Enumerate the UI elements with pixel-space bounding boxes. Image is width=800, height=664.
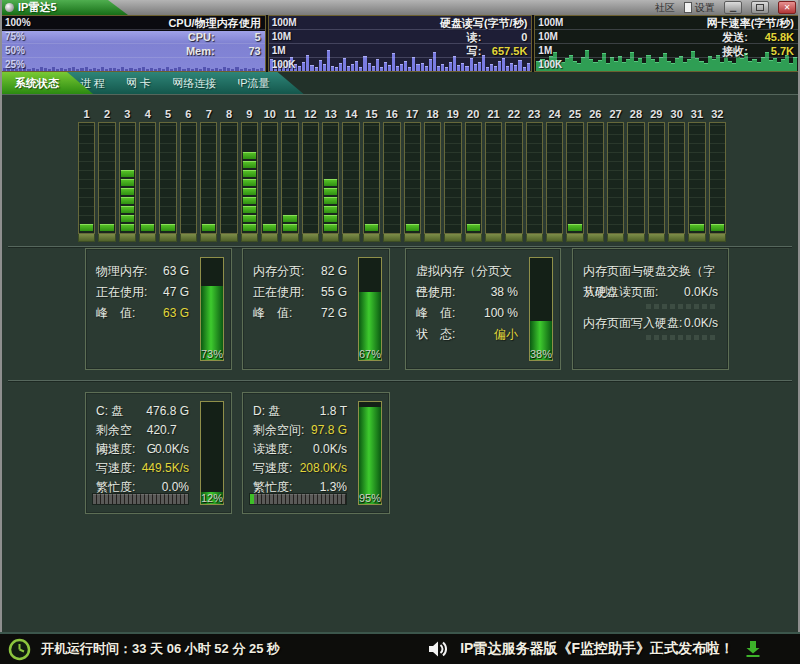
cpu-core-gauge-base (404, 234, 421, 242)
cpu-core-3: 3 (119, 107, 136, 242)
cpu-core-number: 12 (302, 107, 319, 122)
cpu-core-number: 26 (587, 107, 604, 122)
cpu-core-number: 17 (404, 107, 421, 122)
cpu-core-1: 1 (78, 107, 95, 242)
cpu-core-gauge (220, 122, 237, 234)
cpu-core-number: 14 (342, 107, 359, 122)
announcement-group: IP雷达服务器版《F监控助手》正式发布啦！ (428, 640, 760, 658)
cpu-core-gauge (180, 122, 197, 234)
gauge-percent-label: 67% (359, 348, 381, 360)
paging-total: 82 G (321, 261, 347, 282)
cpu-core-number: 27 (607, 107, 624, 122)
cpu-core-15: 15 (363, 107, 380, 242)
announcement-text[interactable]: IP雷达服务器版《F监控助手》正式发布啦！ (460, 640, 734, 658)
community-link[interactable]: 社区 (655, 1, 675, 15)
cpu-core-number: 18 (424, 107, 441, 122)
download-icon[interactable] (746, 641, 760, 657)
maximize-button[interactable] (751, 1, 769, 14)
section-divider (8, 380, 792, 381)
drive-c-size: 476.8 G (146, 402, 189, 421)
cpu-core-number: 16 (383, 107, 400, 122)
cpu-core-gauge-base (709, 234, 726, 242)
virtual-memory-gauge: 38% (529, 257, 553, 361)
cpu-core-gauge-base (648, 234, 665, 242)
disk-io-graph: 100M 10M 1M 100K 硬盘读写(字节/秒) 读:0 写:657.5K (268, 15, 533, 72)
cpu-core-4: 4 (139, 107, 156, 242)
gauge-percent-label: 38% (530, 348, 552, 360)
cpu-core-12: 12 (302, 107, 319, 242)
cpu-core-gauge (566, 122, 583, 234)
uptime-readout: 开机运行时间：33 天 06 小时 52 分 25 秒 (41, 640, 280, 658)
close-button[interactable]: ✕ (778, 1, 796, 14)
cpu-core-number: 4 (139, 107, 156, 122)
cpu-core-gauge-base (180, 234, 197, 242)
title-bar: IP雷达5 社区 设置 ▁ ✕ (0, 0, 800, 15)
titlebar-controls: 社区 设置 ▁ ✕ (655, 0, 796, 15)
network-speed-graph: 100M 10M 1M 100K 网卡速率(字节/秒) 发送:45.8K 接收:… (534, 15, 799, 72)
page-swap-title: 内存页面与硬盘交换（字节/秒） (583, 261, 718, 282)
cpu-core-29: 29 (648, 107, 665, 242)
drive-c-busy-meter (92, 493, 189, 505)
pages-written-to-disk: 0.0K/s (684, 313, 718, 334)
cpu-core-gauge-base (444, 234, 461, 242)
cpu-core-number: 8 (220, 107, 237, 122)
cpu-core-number: 32 (709, 107, 726, 122)
cpu-core-gauge-base (587, 234, 604, 242)
drive-d-busy-meter (249, 493, 347, 505)
settings-link[interactable]: 设置 (684, 1, 715, 15)
cpu-core-19: 19 (444, 107, 461, 242)
virtual-memory-title: 虚拟内存（分页文件） (416, 261, 518, 282)
network-speed-wave (536, 16, 797, 71)
cpu-core-21: 21 (485, 107, 502, 242)
cpu-core-number: 30 (668, 107, 685, 122)
cpu-core-7: 7 (200, 107, 217, 242)
cpu-core-gauge (404, 122, 421, 234)
pages-write-meter (646, 335, 718, 340)
cpu-core-gauge-base (383, 234, 400, 242)
cpu-core-gauge (607, 122, 624, 234)
top-graph-strip: 100% 75% 50% 25% CPU/物理内存使用 CPU:5 Mem:73… (0, 15, 800, 72)
cpu-core-number: 24 (546, 107, 563, 122)
cpu-core-gauge (688, 122, 705, 234)
cpu-core-gauge (363, 122, 380, 234)
cpu-core-number: 6 (180, 107, 197, 122)
cpu-core-gauge (505, 122, 522, 234)
cpu-core-gauge (200, 122, 217, 234)
cpu-core-6: 6 (180, 107, 197, 242)
drive-d-read-speed: 0.0K/s (313, 440, 347, 459)
cpu-core-number: 1 (78, 107, 95, 122)
app-title: IP雷达5 (18, 0, 57, 15)
cpu-core-gauge (668, 122, 685, 234)
cpu-core-2: 2 (98, 107, 115, 242)
virtual-memory-used: 38 % (491, 282, 518, 303)
physical-memory-gauge: 73% (200, 257, 224, 361)
cpu-core-gauge (383, 122, 400, 234)
cpu-core-gauge-base (119, 234, 136, 242)
cpu-core-28: 28 (627, 107, 644, 242)
drive-d-free: 97.8 G (311, 421, 347, 440)
cpu-core-gauge (709, 122, 726, 234)
cpu-core-gauge (119, 122, 136, 234)
physical-memory-used: 47 G (163, 282, 189, 303)
virtual-memory-peak: 100 % (484, 303, 518, 324)
cpu-core-11: 11 (281, 107, 298, 242)
clock-icon (8, 638, 31, 661)
app-radar-icon (5, 3, 14, 12)
cpu-core-gauge-base (322, 234, 339, 242)
cpu-core-gauge-base (281, 234, 298, 242)
physical-memory-peak: 63 G (163, 303, 189, 324)
cpu-core-gauge (342, 122, 359, 234)
drive-c-panel: C: 盘476.8 G 剩余空间:420.7 G 读速度:0.0K/s 写速度:… (85, 392, 232, 514)
page-swap-panel: 内存页面与硬盘交换（字节/秒） 从硬盘读页面:0.0K/s 内存页面写入硬盘:0… (572, 248, 729, 370)
physical-memory-panel: 物理内存:63 G 正在使用:47 G 峰 值:63 G 73% (85, 248, 232, 370)
uptime-value: 33 天 06 小时 52 分 25 秒 (132, 641, 280, 656)
cpu-core-gauge-base (302, 234, 319, 242)
disk-io-wave (270, 16, 531, 71)
paging-used: 55 G (321, 282, 347, 303)
system-status-page: 1234567891011121314151617181920212223242… (0, 95, 800, 632)
cpu-core-gauge-base (200, 234, 217, 242)
cpu-core-number: 20 (465, 107, 482, 122)
cpu-core-14: 14 (342, 107, 359, 242)
maximize-icon (756, 4, 764, 11)
minimize-button[interactable]: ▁ (724, 1, 742, 14)
